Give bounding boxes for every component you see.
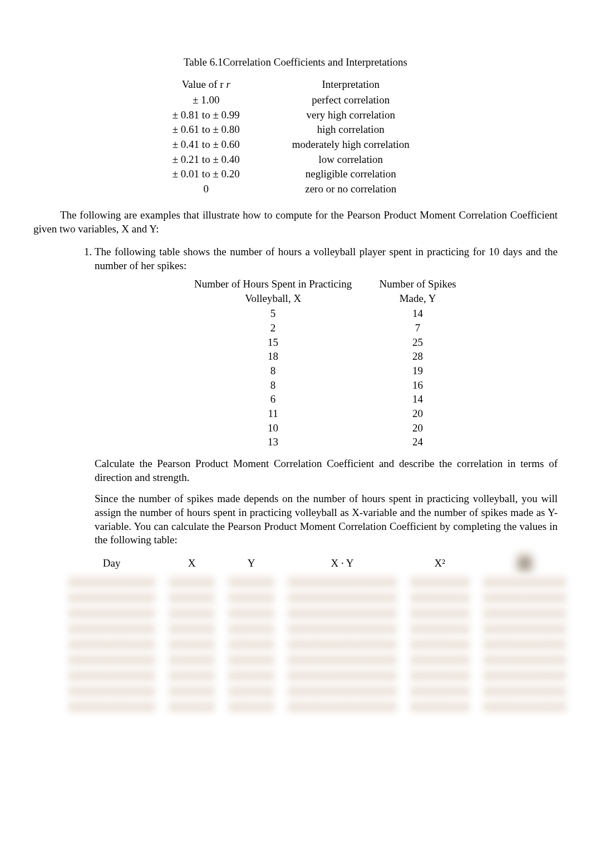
t61-v1: ± 0.81 to ± 0.99 — [151, 108, 262, 123]
blurred-row — [61, 652, 573, 667]
dt-x7: 11 — [181, 406, 365, 421]
dt-x3: 18 — [181, 349, 365, 364]
t61-i5: negligible correlation — [262, 167, 441, 182]
dt-y1: 7 — [365, 321, 471, 335]
blurred-row — [61, 589, 573, 605]
dt-y0: 14 — [365, 306, 471, 321]
blurred-row — [61, 698, 573, 714]
t61-i3: moderately high correlation — [262, 137, 441, 152]
table-caption: Table 6.1Correlation Coefficients and In… — [33, 56, 558, 70]
dt-y5: 16 — [365, 378, 471, 393]
r-symbol: r — [226, 78, 230, 90]
blurred-row — [61, 667, 573, 683]
dt-x2: 15 — [181, 335, 365, 350]
dt-y8: 20 — [365, 421, 471, 435]
t61-v4: ± 0.21 to ± 0.40 — [151, 152, 262, 167]
dt-y9: 24 — [365, 435, 471, 449]
blurred-row — [61, 683, 573, 698]
t61-i0: perfect correlation — [262, 93, 441, 108]
dt-y7: 20 — [365, 406, 471, 421]
blurred-row — [61, 636, 573, 652]
volleyball-data-table: Number of Hours Spent in Practicing Voll… — [181, 277, 471, 449]
t61-i4: low correlation — [262, 152, 441, 167]
dt-y3: 28 — [365, 349, 471, 364]
t61-i6: zero or no correlation — [262, 182, 441, 197]
dt-y6: 14 — [365, 392, 471, 406]
assignment-paragraph: Since the number of spikes made depends … — [95, 492, 558, 547]
col-header-value: Value of r r — [151, 77, 262, 93]
dt-x4: 8 — [181, 364, 365, 378]
calc-instruction: Calculate the Pearson Product Moment Cor… — [95, 457, 558, 484]
dt-header-x: Number of Hours Spent in Practicing Voll… — [181, 277, 365, 306]
dt-x0: 5 — [181, 306, 365, 321]
dt-x5: 8 — [181, 378, 365, 393]
blurred-row — [61, 574, 573, 589]
correlation-interpretation-table: Value of r r Interpretation ± 1.00perfec… — [151, 77, 440, 197]
dt-x9: 13 — [181, 435, 365, 449]
t61-v0: ± 1.00 — [151, 93, 262, 108]
dt-x6: 6 — [181, 392, 365, 406]
computation-table: Day X Y X · Y X² — [61, 553, 573, 714]
t61-v2: ± 0.61 to ± 0.80 — [151, 122, 262, 137]
t61-i1: very high correlation — [262, 108, 441, 123]
wt-h-x2: X² — [403, 553, 476, 574]
dt-y2: 25 — [365, 335, 471, 350]
blurred-row — [61, 605, 573, 621]
example-1: The following table shows the number of … — [95, 245, 558, 714]
wt-h-x: X — [162, 553, 221, 574]
wt-h-day: Day — [61, 553, 162, 574]
t61-v5: ± 0.01 to ± 0.20 — [151, 167, 262, 182]
t61-v6: 0 — [151, 182, 262, 197]
wt-h-xy: X · Y — [281, 553, 403, 574]
dt-y4: 19 — [365, 364, 471, 378]
example-list: The following table shows the number of … — [95, 245, 558, 714]
wt-h-y2 — [476, 553, 573, 574]
example-1-lead: The following table shows the number of … — [95, 246, 558, 271]
intro-paragraph: The following are examples that illustra… — [33, 209, 558, 236]
blurred-header-icon — [516, 554, 533, 573]
dt-x1: 2 — [181, 321, 365, 335]
blurred-row — [61, 621, 573, 636]
dt-header-y: Number of Spikes Made, Y — [365, 277, 471, 306]
dt-x8: 10 — [181, 421, 365, 435]
t61-v3: ± 0.41 to ± 0.60 — [151, 137, 262, 152]
col-header-interpretation: Interpretation — [262, 77, 441, 93]
wt-h-y: Y — [221, 553, 281, 574]
t61-i2: high correlation — [262, 122, 441, 137]
